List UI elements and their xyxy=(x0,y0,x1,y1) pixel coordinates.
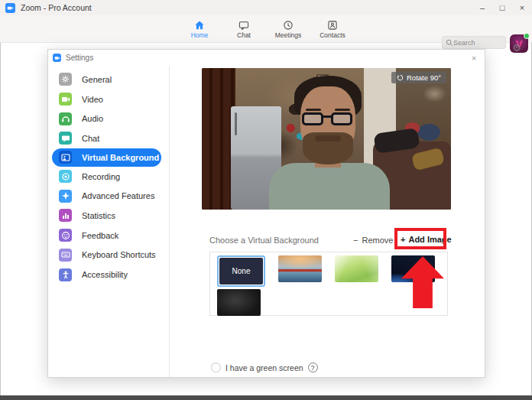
tab-contacts[interactable]: Contacts xyxy=(310,17,355,41)
zoom-app-icon xyxy=(53,54,61,62)
highlight-box xyxy=(394,228,446,249)
sidebar-item-label: Virtual Background xyxy=(82,153,159,162)
window-bottom-edge xyxy=(0,395,532,400)
chat-bubble-icon xyxy=(59,132,72,145)
sidebar-item-label: Feedback xyxy=(82,231,118,240)
search-input-box[interactable] xyxy=(442,36,506,49)
search-icon xyxy=(446,39,453,47)
sidebar-item-video[interactable]: Video xyxy=(52,89,161,109)
tab-chat[interactable]: Chat xyxy=(222,17,266,41)
sidebar-item-keyboard-shortcuts[interactable]: Keyboard Shortcuts xyxy=(52,246,161,265)
window-title: Zoom - Pro Account xyxy=(21,3,92,12)
record-icon xyxy=(59,170,72,183)
rotate-90-button[interactable]: Rotate 90° xyxy=(391,72,446,83)
sidebar-item-audio[interactable]: Audio xyxy=(52,109,161,128)
smiley-icon xyxy=(59,229,72,242)
settings-sidebar: General Video Audio Chat Virtual Backgro… xyxy=(48,66,170,377)
settings-gear-icon[interactable]: ⚙ xyxy=(511,42,523,54)
sidebar-item-advanced-features[interactable]: Advanced Features xyxy=(52,186,161,206)
tab-home[interactable]: Home xyxy=(177,17,222,41)
zoom-window: Zoom - Pro Account – □ × Home Chat xyxy=(0,0,532,400)
minus-icon: − xyxy=(353,236,358,245)
sidebar-item-label: Accessibility xyxy=(82,270,128,279)
sidebar-item-label: Audio xyxy=(82,114,103,123)
sidebar-item-label: Recording xyxy=(82,172,120,181)
tab-label: Contacts xyxy=(320,31,345,39)
eyebrow xyxy=(335,109,350,111)
dialog-title: Settings xyxy=(66,54,93,62)
settings-dialog: Settings × General Video Audio xyxy=(47,49,485,378)
tab-label: Home xyxy=(191,31,209,39)
contact-card-icon xyxy=(327,20,338,31)
remove-label: Remove xyxy=(362,236,393,245)
thumbnail-label: None xyxy=(232,267,251,275)
home-icon xyxy=(194,20,205,31)
sidebar-item-accessibility[interactable]: Accessibility xyxy=(52,265,161,285)
camera-preview: Rotate 90° xyxy=(202,68,451,210)
person-frame-icon xyxy=(59,151,72,164)
headset-icon xyxy=(59,112,72,125)
video-camera-icon xyxy=(59,93,72,106)
close-button[interactable]: × xyxy=(512,0,532,15)
clock-icon xyxy=(283,20,294,31)
gear-icon xyxy=(59,73,72,86)
choose-background-heading: Choose a Virtual Background xyxy=(209,236,319,245)
search-input[interactable] xyxy=(453,39,499,47)
background-thumbnails-panel: None xyxy=(209,252,448,316)
eyebrow xyxy=(306,109,321,111)
person-shirt xyxy=(269,163,390,210)
thumbnail-dark-blur[interactable] xyxy=(217,289,261,316)
tab-label: Meetings xyxy=(275,31,302,39)
glasses xyxy=(331,112,352,125)
pillow xyxy=(411,147,445,171)
green-screen-checkbox[interactable] xyxy=(211,363,221,372)
sidebar-item-label: Video xyxy=(82,95,103,104)
green-screen-label: I have a green screen xyxy=(225,363,303,372)
sidebar-item-label: Keyboard Shortcuts xyxy=(82,250,156,259)
sidebar-item-label: Statistics xyxy=(82,211,115,220)
online-status-dot xyxy=(524,33,530,39)
sparkle-icon xyxy=(59,190,72,203)
top-navbar: Home Chat Meetings Contacts xyxy=(0,15,532,43)
keyboard-icon xyxy=(59,249,72,262)
person-icon xyxy=(59,268,72,281)
green-screen-row: I have a green screen ? xyxy=(211,363,318,372)
rotate-label: Rotate 90° xyxy=(407,73,441,82)
thumbnail-none-selected[interactable]: None xyxy=(217,255,265,287)
minimize-button[interactable]: – xyxy=(472,0,492,15)
bar-chart-icon xyxy=(59,209,72,222)
thumbnail-none[interactable]: None xyxy=(219,258,263,285)
help-icon[interactable]: ? xyxy=(308,363,318,372)
sidebar-item-feedback[interactable]: Feedback xyxy=(52,226,161,246)
sidebar-item-label: General xyxy=(82,75,112,84)
sidebar-item-general[interactable]: General xyxy=(52,70,161,89)
glasses-bridge xyxy=(323,115,332,118)
chat-bubble-icon xyxy=(238,20,249,31)
tab-label: Chat xyxy=(237,31,251,39)
thumbnail-grass[interactable] xyxy=(335,255,378,282)
glasses xyxy=(302,112,323,125)
window-titlebar: Zoom - Pro Account – □ × xyxy=(0,0,532,15)
person-mustache xyxy=(315,135,341,141)
thumbnail-golden-gate-bridge[interactable] xyxy=(278,255,322,282)
rotate-icon xyxy=(397,74,404,81)
tab-meetings[interactable]: Meetings xyxy=(266,17,310,41)
sidebar-item-label: Advanced Features xyxy=(82,191,154,200)
virtual-background-panel: Rotate 90° Choose a Virtual Background −… xyxy=(170,66,485,377)
settings-dialog-header: Settings × xyxy=(48,50,485,66)
sidebar-item-label: Chat xyxy=(82,134,99,143)
sidebar-item-virtual-background[interactable]: Virtual Background xyxy=(52,148,161,167)
maximize-button[interactable]: □ xyxy=(492,0,512,15)
remove-button[interactable]: − Remove xyxy=(353,236,393,245)
sidebar-item-statistics[interactable]: Statistics xyxy=(52,206,161,226)
dialog-close-icon[interactable]: × xyxy=(468,52,480,64)
zoom-app-icon xyxy=(5,3,15,13)
sidebar-item-chat[interactable]: Chat xyxy=(52,128,161,148)
sidebar-item-recording[interactable]: Recording xyxy=(52,167,161,187)
